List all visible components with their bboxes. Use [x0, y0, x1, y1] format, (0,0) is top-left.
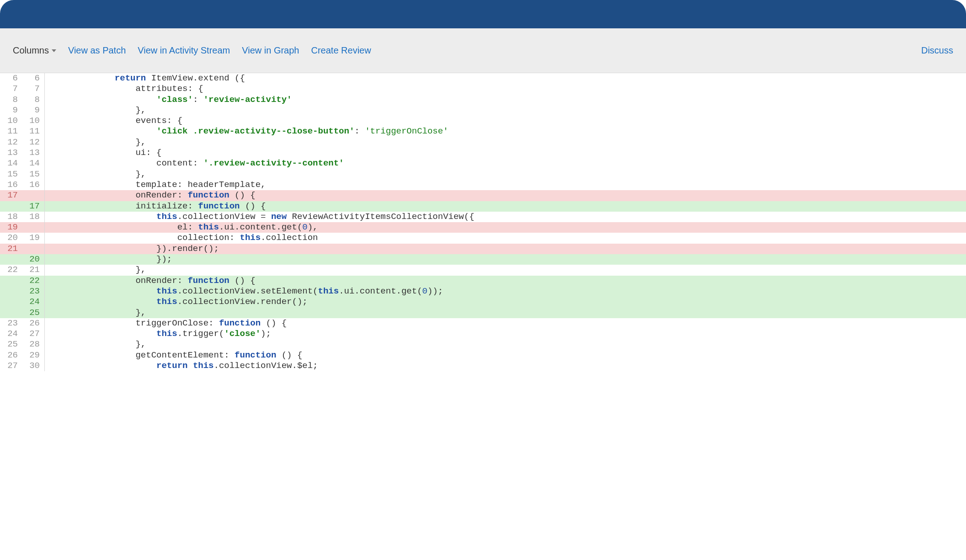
create-review-link[interactable]: Create Review	[311, 45, 371, 56]
line-number-old	[0, 254, 22, 265]
diff-line[interactable]: 17 onRender: function () {	[0, 190, 966, 201]
line-number-new: 30	[22, 361, 45, 371]
code-content: return this.collectionView.$el;	[45, 361, 966, 371]
line-number-old: 26	[0, 350, 22, 361]
code-content: 'class': 'review-activity'	[45, 95, 966, 105]
line-number-old: 27	[0, 361, 22, 371]
diff-line[interactable]: 19 el: this.ui.content.get(0),	[0, 222, 966, 233]
diff-line[interactable]: 1616 template: headerTemplate,	[0, 180, 966, 190]
diff-line[interactable]: 2326 triggerOnClose: function () {	[0, 318, 966, 329]
diff-line[interactable]: 2019 collection: this.collection	[0, 233, 966, 243]
columns-dropdown[interactable]: Columns	[13, 45, 56, 56]
diff-line[interactable]: 88 'class': 'review-activity'	[0, 95, 966, 105]
code-content: },	[45, 265, 966, 275]
line-number-new: 6	[22, 73, 45, 84]
line-number-new: 9	[22, 105, 45, 116]
code-content: return ItemView.extend ({	[45, 73, 966, 84]
code-content: },	[45, 308, 966, 318]
diff-line[interactable]: 25 },	[0, 308, 966, 318]
diff-line[interactable]: 1515 },	[0, 169, 966, 180]
code-content: },	[45, 105, 966, 116]
line-number-old: 7	[0, 84, 22, 94]
line-number-old: 25	[0, 339, 22, 350]
view-in-graph-link[interactable]: View in Graph	[242, 45, 299, 56]
line-number-old	[0, 201, 22, 212]
line-number-old: 13	[0, 148, 22, 158]
line-number-new: 22	[22, 276, 45, 286]
line-number-old: 10	[0, 116, 22, 126]
diff-view: 66 return ItemView.extend ({77 attribute…	[0, 73, 966, 371]
code-content: this.trigger('close');	[45, 329, 966, 339]
line-number-new: 25	[22, 308, 45, 318]
diff-line[interactable]: 99 },	[0, 105, 966, 116]
line-number-new: 29	[22, 350, 45, 361]
line-number-old: 19	[0, 222, 22, 233]
diff-line[interactable]: 17 initialize: function () {	[0, 201, 966, 212]
code-content: triggerOnClose: function () {	[45, 318, 966, 329]
view-in-activity-stream-link[interactable]: View in Activity Stream	[138, 45, 230, 56]
line-number-new: 19	[22, 233, 45, 243]
code-content: initialize: function () {	[45, 201, 966, 212]
diff-line[interactable]: 1414 content: '.review-activity--content…	[0, 158, 966, 169]
line-number-new: 17	[22, 201, 45, 212]
line-number-new: 28	[22, 339, 45, 350]
columns-label: Columns	[13, 45, 49, 56]
diff-line[interactable]: 1111 'click .review-activity--close-butt…	[0, 126, 966, 137]
diff-line[interactable]: 77 attributes: {	[0, 84, 966, 94]
code-content: events: {	[45, 116, 966, 126]
diff-line[interactable]: 24 this.collectionView.render();	[0, 297, 966, 307]
diff-line[interactable]: 23 this.collectionView.setElement(this.u…	[0, 286, 966, 297]
line-number-old: 22	[0, 265, 22, 275]
line-number-old	[0, 276, 22, 286]
line-number-new: 23	[22, 286, 45, 297]
view-as-patch-link[interactable]: View as Patch	[68, 45, 126, 56]
code-content: getContentElement: function () {	[45, 350, 966, 361]
line-number-new: 27	[22, 329, 45, 339]
toolbar-left-group: Columns View as Patch View in Activity S…	[13, 45, 371, 56]
line-number-new: 15	[22, 169, 45, 180]
code-content: this.collectionView.render();	[45, 297, 966, 307]
diff-line[interactable]: 2730 return this.collectionView.$el;	[0, 361, 966, 371]
diff-line[interactable]: 20 });	[0, 254, 966, 265]
diff-line[interactable]: 1818 this.collectionView = new ReviewAct…	[0, 212, 966, 222]
line-number-old: 14	[0, 158, 22, 169]
diff-line[interactable]: 2427 this.trigger('close');	[0, 329, 966, 339]
line-number-new: 13	[22, 148, 45, 158]
discuss-link[interactable]: Discuss	[921, 45, 953, 56]
line-number-old: 23	[0, 318, 22, 329]
line-number-old: 9	[0, 105, 22, 116]
diff-line[interactable]: 1010 events: {	[0, 116, 966, 126]
diff-line[interactable]: 2629 getContentElement: function () {	[0, 350, 966, 361]
diff-line[interactable]: 1313 ui: {	[0, 148, 966, 158]
chevron-down-icon	[52, 49, 56, 52]
diff-line[interactable]: 21 }).render();	[0, 244, 966, 254]
diff-line[interactable]: 2528 },	[0, 339, 966, 350]
line-number-new: 16	[22, 180, 45, 190]
code-content: this.collectionView = new ReviewActivity…	[45, 212, 966, 222]
line-number-new: 26	[22, 318, 45, 329]
line-number-old: 20	[0, 233, 22, 243]
line-number-new: 7	[22, 84, 45, 94]
diff-toolbar: Columns View as Patch View in Activity S…	[0, 28, 966, 73]
line-number-new	[22, 244, 45, 254]
diff-line[interactable]: 1212 },	[0, 137, 966, 148]
code-content: collection: this.collection	[45, 233, 966, 243]
line-number-new: 10	[22, 116, 45, 126]
code-content: template: headerTemplate,	[45, 180, 966, 190]
line-number-new: 14	[22, 158, 45, 169]
line-number-old: 12	[0, 137, 22, 148]
diff-line[interactable]: 22 onRender: function () {	[0, 276, 966, 286]
app-header-bar	[0, 0, 966, 28]
line-number-old: 11	[0, 126, 22, 137]
line-number-old: 15	[0, 169, 22, 180]
diff-line[interactable]: 2221 },	[0, 265, 966, 275]
code-content: ui: {	[45, 148, 966, 158]
diff-line[interactable]: 66 return ItemView.extend ({	[0, 73, 966, 84]
line-number-old: 18	[0, 212, 22, 222]
line-number-old: 8	[0, 95, 22, 105]
line-number-new: 24	[22, 297, 45, 307]
line-number-new: 18	[22, 212, 45, 222]
line-number-new: 11	[22, 126, 45, 137]
code-content: this.collectionView.setElement(this.ui.c…	[45, 286, 966, 297]
line-number-old: 21	[0, 244, 22, 254]
